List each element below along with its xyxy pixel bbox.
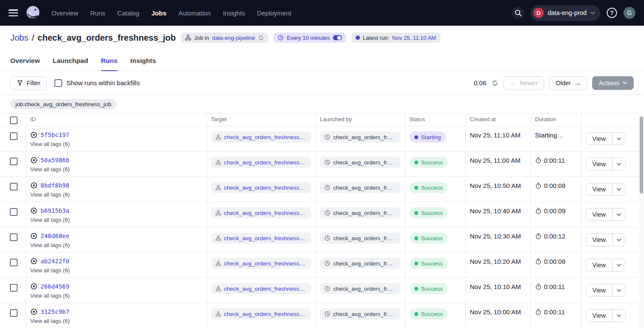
launched-by-chip[interactable]: check_avg_orders_freshn… (320, 258, 401, 269)
view-button[interactable]: View (586, 133, 612, 145)
tab[interactable]: Runs (101, 57, 118, 71)
row-checkbox[interactable] (10, 259, 18, 266)
target-chip[interactable]: check_avg_orders_freshness_job (211, 283, 311, 294)
scrollbar-thumb[interactable] (640, 116, 643, 194)
select-all-checkbox[interactable] (10, 116, 18, 124)
clock-icon (278, 35, 284, 41)
run-id-link[interactable]: b6915b3a (41, 207, 69, 214)
vertical-scrollbar[interactable] (639, 113, 644, 328)
row-checkbox[interactable] (10, 233, 18, 241)
job-filter-tag[interactable]: job:check_avg_orders_freshness_job (10, 99, 117, 109)
view-dropdown-button[interactable] (612, 183, 625, 195)
filter-button[interactable]: Filter (10, 76, 47, 90)
run-id-link[interactable]: 3125c9b7 (41, 308, 69, 315)
dagster-logo[interactable] (25, 5, 41, 21)
row-checkbox[interactable] (10, 284, 18, 292)
latest-run-badge: Latest run: Nov 25, 11:10 AM (351, 33, 440, 43)
workspace-switcher[interactable]: D data-eng-prod (530, 5, 600, 21)
backfills-checkbox[interactable] (54, 79, 62, 87)
row-checkbox[interactable] (10, 158, 18, 165)
view-dropdown-button[interactable] (612, 133, 625, 145)
view-dropdown-button[interactable] (612, 234, 625, 246)
run-id-link[interactable]: 50a5986b (41, 157, 69, 164)
target-chip[interactable]: check_avg_orders_freshness_job (211, 233, 311, 244)
view-button[interactable]: View (586, 158, 612, 170)
user-avatar[interactable]: G (623, 7, 635, 19)
help-icon[interactable]: ? (606, 7, 617, 18)
view-all-tags-link[interactable]: View all tags (6) (30, 166, 202, 173)
nav-item[interactable]: Runs (90, 9, 105, 17)
tab[interactable]: Launchpad (53, 57, 88, 71)
run-id-link[interactable]: 266d4569 (41, 283, 69, 290)
actions-button[interactable]: Actions (592, 76, 634, 90)
view-button[interactable]: View (586, 183, 612, 195)
view-button[interactable]: View (586, 284, 612, 296)
row-checkbox[interactable] (10, 309, 18, 317)
search-icon[interactable] (512, 6, 524, 19)
launched-by-chip[interactable]: check_avg_orders_freshn… (320, 182, 401, 193)
table-row: b6915b3a View all tags (6) check_avg_ord… (0, 202, 639, 227)
nav-item[interactable]: Insights (223, 9, 245, 17)
target-chip[interactable]: check_avg_orders_freshness_job (211, 131, 311, 143)
nav-item[interactable]: Catalog (117, 9, 140, 17)
view-dropdown-button[interactable] (612, 284, 625, 296)
view-dropdown-button[interactable] (612, 158, 625, 170)
nav-item[interactable]: Automation (178, 9, 211, 17)
latest-run-link[interactable]: Nov 25, 11:10 AM (392, 35, 436, 41)
refresh-icon[interactable] (491, 80, 498, 86)
tab[interactable]: Insights (130, 57, 156, 71)
launched-by-chip[interactable]: check_avg_orders_freshn… (320, 131, 401, 143)
view-all-tags-link[interactable]: View all tags (6) (30, 217, 202, 223)
view-button[interactable]: View (586, 234, 612, 246)
run-id-link[interactable]: ab2422f0 (41, 258, 69, 265)
run-id-link[interactable]: 248d68ee (41, 233, 69, 239)
page-title: check_avg_orders_freshness_job (38, 33, 176, 43)
row-checkbox[interactable] (10, 132, 18, 140)
target-chip[interactable]: check_avg_orders_freshness_job (211, 258, 311, 269)
view-button[interactable]: View (586, 310, 612, 322)
row-checkbox[interactable] (10, 183, 18, 191)
run-id-link[interactable]: 8bdf8b98 (41, 182, 69, 189)
view-all-tags-link[interactable]: View all tags (6) (30, 267, 202, 274)
view-dropdown-button[interactable] (612, 259, 625, 271)
view-split-button: View (586, 183, 626, 196)
launched-by-chip[interactable]: check_avg_orders_freshn… (320, 157, 401, 168)
nav-item[interactable]: Jobs (151, 9, 166, 17)
view-button[interactable]: View (586, 259, 612, 271)
newer-button[interactable]: ← Newer (503, 76, 544, 90)
view-button[interactable]: View (586, 209, 612, 221)
target-chip[interactable]: check_avg_orders_freshness_job (211, 182, 311, 193)
sync-icon[interactable] (258, 35, 264, 41)
launched-by-chip[interactable]: check_avg_orders_freshn… (320, 308, 401, 319)
chevron-down-icon (617, 137, 621, 140)
hamburger-menu-icon[interactable] (9, 9, 18, 16)
chevron-down-icon (617, 239, 621, 242)
nav-item[interactable]: Overview (51, 9, 78, 17)
view-dropdown-button[interactable] (612, 310, 625, 322)
view-all-tags-link[interactable]: View all tags (6) (30, 318, 202, 324)
target-chip[interactable]: check_avg_orders_freshness_job (211, 308, 311, 319)
view-all-tags-link[interactable]: View all tags (6) (30, 292, 202, 299)
target-chip[interactable]: check_avg_orders_freshness_job (211, 207, 311, 218)
tab[interactable]: Overview (10, 57, 40, 71)
view-all-tags-link[interactable]: View all tags (6) (30, 242, 202, 248)
older-button[interactable]: Older → (549, 76, 587, 90)
created-at-cell: Nov 25, 10:40 AM (465, 202, 530, 227)
launched-by-chip[interactable]: check_avg_orders_freshn… (320, 283, 401, 294)
clock-icon (324, 159, 330, 165)
target-chip[interactable]: check_avg_orders_freshness_job (211, 157, 311, 168)
launched-by-chip[interactable]: check_avg_orders_freshn… (320, 233, 401, 244)
duration-cell: 0:00:08 (535, 258, 577, 265)
breadcrumb: Jobs / check_avg_orders_freshness_job (10, 33, 176, 43)
view-all-tags-link[interactable]: View all tags (6) (30, 191, 202, 198)
view-all-tags-link[interactable]: View all tags (6) (30, 141, 202, 147)
schedule-toggle[interactable] (333, 35, 342, 40)
run-id-link[interactable]: 5f5bc197 (41, 131, 69, 138)
launched-by-chip[interactable]: check_avg_orders_freshn… (320, 207, 401, 218)
breadcrumb-jobs-link[interactable]: Jobs (10, 33, 28, 43)
pipeline-link[interactable]: data-eng-pipeline (212, 35, 255, 41)
row-checkbox[interactable] (10, 208, 18, 216)
nav-item[interactable]: Deployment (257, 9, 291, 17)
view-dropdown-button[interactable] (612, 209, 625, 221)
column-header-id: ID (26, 113, 207, 126)
